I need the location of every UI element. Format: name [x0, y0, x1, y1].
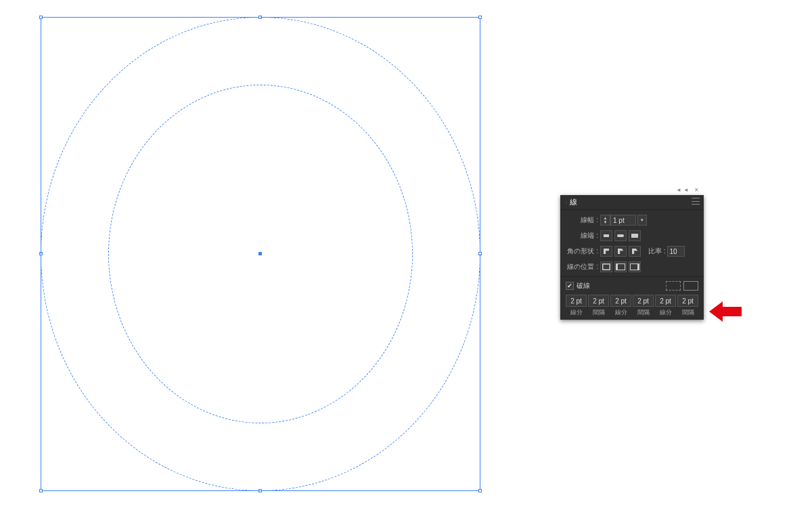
stroke-panel[interactable]: ◄◄ ✕ :: 線 線幅 : ▲▼ 1 pt ▾ 線端 : 角の形状 : 比率 … — [560, 195, 704, 320]
align-stroke-center-button[interactable] — [600, 261, 612, 272]
resize-handle-bottom-left[interactable] — [39, 489, 43, 492]
dash-value-6[interactable]: 2 pt — [677, 295, 698, 307]
dash-pattern-inputs: 2 pt 2 pt 2 pt 2 pt 2 pt 2 pt — [566, 295, 698, 307]
panel-menu-icon[interactable] — [692, 198, 700, 205]
resize-handle-top-left[interactable] — [39, 16, 43, 19]
stroke-weight-stepper[interactable]: ▲▼ — [600, 215, 610, 226]
panel-divider — [560, 276, 704, 277]
dash-lbl-2: 間隔 — [588, 308, 609, 317]
stroke-corner-label: 角の形状 : — [566, 247, 598, 256]
corner-miter-button[interactable] — [600, 246, 612, 257]
stroke-weight-label: 線幅 : — [566, 215, 598, 225]
selection-center-point — [258, 252, 262, 255]
dash-lbl-3: 線分 — [610, 308, 631, 317]
panel-body: 線幅 : ▲▼ 1 pt ▾ 線端 : 角の形状 : 比率 : 10 線の位置 … — [560, 210, 704, 320]
stroke-weight-input[interactable]: 1 pt — [610, 215, 636, 226]
resize-handle-top-right[interactable] — [478, 16, 482, 19]
stroke-align-row: 線の位置 : — [566, 261, 698, 273]
panel-titlebar[interactable]: ◄◄ ✕ :: 線 — [560, 195, 704, 210]
stroke-corner-row: 角の形状 : 比率 : 10 — [566, 245, 698, 257]
stroke-cap-label: 線端 : — [566, 231, 598, 240]
cap-projecting-button[interactable] — [629, 230, 641, 241]
annotation-arrow-icon — [709, 301, 742, 322]
miter-limit-label: 比率 : — [648, 247, 666, 256]
dashed-line-row: ✔ 破線 — [566, 281, 698, 291]
stroke-weight-row: 線幅 : ▲▼ 1 pt ▾ — [566, 214, 698, 226]
dash-value-1[interactable]: 2 pt — [566, 295, 587, 307]
corner-round-button[interactable] — [614, 246, 627, 257]
dash-align-corners-button[interactable] — [683, 281, 698, 291]
dash-value-5[interactable]: 2 pt — [655, 295, 676, 307]
panel-title: 線 — [570, 197, 577, 207]
align-stroke-inside-button[interactable] — [614, 261, 627, 272]
stroke-weight-dropdown-icon[interactable]: ▾ — [637, 215, 647, 226]
corner-bevel-button[interactable] — [629, 246, 641, 257]
cap-round-button[interactable] — [614, 230, 627, 241]
stroke-cap-row: 線端 : — [566, 230, 698, 242]
dash-lbl-6: 間隔 — [677, 308, 698, 317]
cap-butt-button[interactable] — [600, 230, 612, 241]
align-stroke-outside-button[interactable] — [629, 261, 641, 272]
dash-lbl-1: 線分 — [566, 308, 587, 317]
dash-value-2[interactable]: 2 pt — [588, 295, 609, 307]
dash-lbl-4: 間隔 — [633, 308, 654, 317]
dash-align-preserve-button[interactable] — [666, 281, 681, 291]
miter-limit-input[interactable]: 10 — [667, 246, 685, 257]
dash-value-3[interactable]: 2 pt — [610, 295, 631, 307]
dashed-line-label: 破線 — [577, 281, 590, 291]
dash-value-4[interactable]: 2 pt — [633, 295, 654, 307]
panel-window-controls[interactable]: ◄◄ ✕ — [676, 187, 701, 193]
resize-handle-bottom-right[interactable] — [478, 489, 482, 492]
panel-drag-handle-icon[interactable]: :: — [564, 199, 567, 205]
dash-lbl-5: 線分 — [655, 308, 676, 317]
artboard-selection[interactable] — [41, 17, 480, 491]
dashed-line-checkbox[interactable]: ✔ — [566, 282, 574, 290]
stroke-align-label: 線の位置 : — [566, 262, 598, 272]
dash-pattern-labels: 線分 間隔 線分 間隔 線分 間隔 — [566, 308, 698, 317]
